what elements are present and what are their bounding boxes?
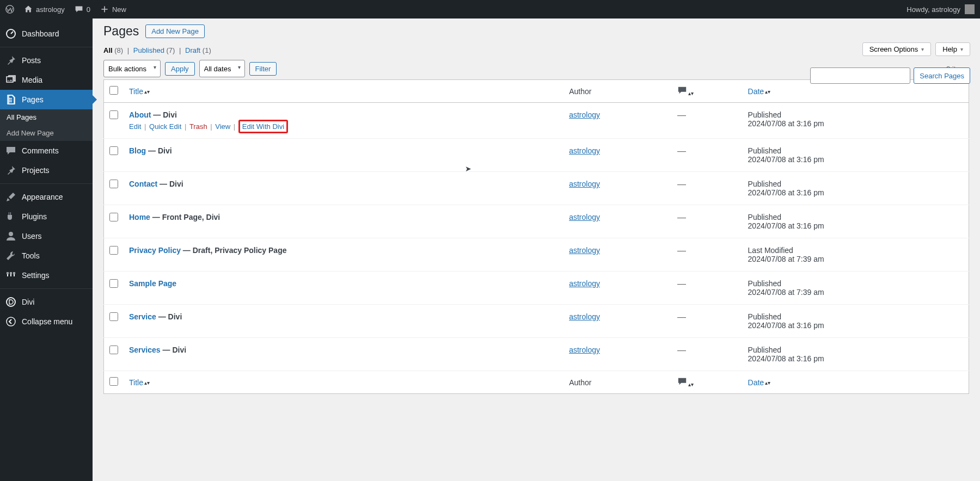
howdy-text: Howdy, astrology [906,5,960,14]
quick-edit-link[interactable]: Quick Edit [149,122,181,131]
comments-cell: — [672,338,742,371]
table-row: Blog — Diviastrology—Published2024/07/08… [104,139,969,172]
sidebar-item-projects[interactable]: Projects [0,161,93,180]
sidebar-item-appearance[interactable]: Appearance [0,187,93,207]
table-row: Home — Front Page, Diviastrology—Publish… [104,205,969,238]
author-link[interactable]: astrology [569,180,600,188]
col-title-bottom[interactable]: Title▴▾ [129,378,150,387]
sidebar-item-dashboard[interactable]: Dashboard [0,24,93,44]
comments-cell: — [672,238,742,272]
sidebar-label: Users [22,232,42,240]
select-all-checkbox[interactable] [109,86,118,95]
search-input[interactable] [810,67,910,84]
author-link[interactable]: astrology [569,346,600,354]
author-link[interactable]: astrology [569,312,600,321]
sidebar-item-posts[interactable]: Posts [0,51,93,70]
row-actions: Edit | Quick Edit | Trash | View | Edit … [129,122,558,131]
new-link[interactable]: New [100,5,126,14]
plus-icon [100,5,109,14]
filter-button[interactable]: Filter [249,62,277,76]
row-checkbox[interactable] [109,146,118,155]
date-cell: Published2024/07/08 at 7:39 am [743,272,969,305]
select-all-checkbox-bottom[interactable] [109,377,118,386]
sidebar-item-media[interactable]: Media [0,70,93,90]
page-title-link[interactable]: Home [129,213,150,221]
col-date-bottom[interactable]: Date▴▾ [748,378,771,387]
svg-point-7 [7,317,15,326]
sidebar-item-pages[interactable]: Pages [0,90,93,109]
trash-link[interactable]: Trash [189,122,207,131]
edit-with-divi-link[interactable]: Edit With Divi [242,122,284,131]
sidebar-label: Dashboard [22,29,59,38]
row-checkbox[interactable] [109,246,118,255]
sidebar-label: Pages [22,95,44,104]
comments-cell: — [672,172,742,205]
author-link[interactable]: astrology [569,146,600,155]
sidebar-item-collapse-menu[interactable]: Collapse menu [0,312,93,331]
search-pages-button[interactable]: Search Pages [914,67,970,84]
wrench-icon [5,250,16,261]
submenu-item-all-pages[interactable]: All Pages [0,109,93,125]
comment-icon [5,145,16,156]
row-checkbox[interactable] [109,346,118,354]
comments-cell: — [672,139,742,172]
add-new-page-button[interactable]: Add New Page [145,24,205,38]
table-row: Contact — Diviastrology—Published2024/07… [104,172,969,205]
col-comments[interactable]: ▴▾ [672,80,742,103]
author-link[interactable]: astrology [569,213,600,221]
home-icon [24,5,33,14]
page-title-link[interactable]: Service [129,312,156,321]
screen-options-button[interactable]: Screen Options [862,42,932,56]
apply-button[interactable]: Apply [165,62,195,76]
user-icon [5,231,16,242]
sidebar-item-comments[interactable]: Comments [0,141,93,161]
date-cell: Published2024/07/08 at 3:16 pm [743,172,969,205]
row-checkbox[interactable] [109,312,118,321]
comments-cell: — [672,205,742,238]
row-checkbox[interactable] [109,279,118,288]
edit-link[interactable]: Edit [129,122,141,131]
col-comments-bottom[interactable]: ▴▾ [672,371,742,394]
view-link[interactable]: View [215,122,230,131]
row-checkbox[interactable] [109,110,118,119]
sidebar-item-tools[interactable]: Tools [0,246,93,266]
page-title-link[interactable]: Contact [129,180,157,188]
date-filter-select[interactable]: All dates [199,60,245,77]
col-title[interactable]: Title▴▾ [129,87,150,96]
sidebar-item-users[interactable]: Users [0,226,93,246]
sidebar-label: Comments [22,146,59,155]
sidebar-item-settings[interactable]: Settings [0,266,93,285]
sidebar-label: Divi [22,298,34,306]
page-title-link[interactable]: Services [129,346,161,354]
filter-all[interactable]: All [103,46,113,54]
comments-cell: — [672,272,742,305]
sidebar-item-divi[interactable]: Divi [0,292,93,312]
page-title-link[interactable]: Privacy Policy [129,246,181,255]
page-title-link[interactable]: Blog [129,146,146,155]
bulk-actions-select[interactable]: Bulk actions [103,60,161,77]
help-button[interactable]: Help [935,42,970,56]
comment-icon [677,377,687,386]
row-checkbox[interactable] [109,213,118,221]
comments-link[interactable]: 0 [75,5,90,14]
table-row: Services — Diviastrology—Published2024/0… [104,338,969,371]
filter-draft[interactable]: Draft [185,46,200,54]
page-suffix: — Divi [146,146,171,155]
site-link[interactable]: astrology [24,5,65,14]
submenu-item-add-new-page[interactable]: Add New Page [0,125,93,141]
filter-published[interactable]: Published [133,46,164,54]
col-date[interactable]: Date▴▾ [748,87,771,96]
wordpress-logo[interactable] [5,5,14,14]
row-checkbox[interactable] [109,180,118,188]
account-link[interactable]: Howdy, astrology [906,4,975,14]
author-link[interactable]: astrology [569,246,600,255]
page-title-link[interactable]: About [129,110,151,119]
page-title-link[interactable]: Sample Page [129,279,176,288]
author-link[interactable]: astrology [569,110,600,119]
sidebar-label: Plugins [22,212,47,221]
author-link[interactable]: astrology [569,279,600,288]
sidebar-item-plugins[interactable]: Plugins [0,207,93,226]
svg-rect-3 [7,272,9,274]
pages-table: Title▴▾ Author ▴▾ Date▴▾ About — DiviEdi… [103,79,969,394]
date-cell: Published2024/07/08 at 3:16 pm [743,338,969,371]
